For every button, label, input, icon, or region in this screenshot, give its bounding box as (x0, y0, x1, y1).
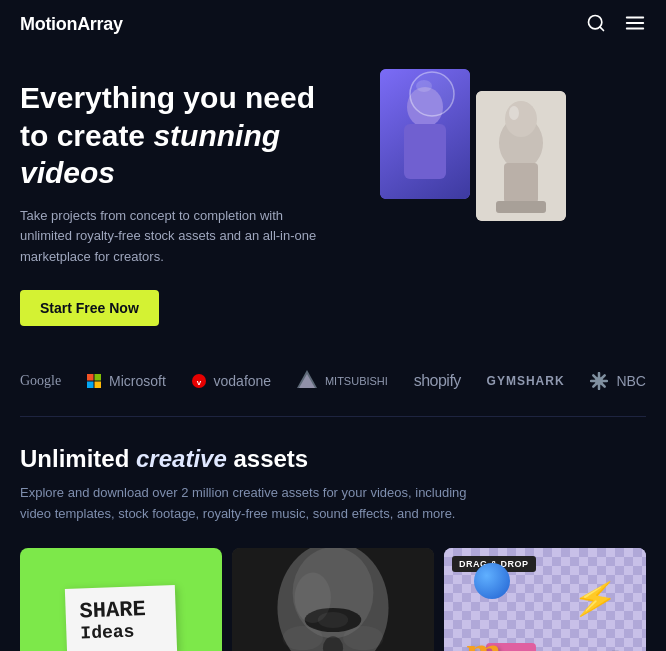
brands-row: Google Microsoft v vodafone MITSUBISHI (20, 370, 646, 392)
svg-point-40 (295, 573, 331, 624)
svg-point-41 (283, 627, 323, 651)
svg-text:v: v (196, 378, 201, 387)
svg-point-15 (505, 101, 537, 137)
hero-image-sculpture (476, 91, 566, 221)
svg-point-16 (509, 106, 519, 120)
hero-image-person (380, 69, 470, 199)
hero-description: Take projects from concept to completion… (20, 206, 320, 268)
hamburger-icon (624, 12, 646, 34)
brand-mitsubishi: MITSUBISHI (297, 370, 388, 392)
svg-line-34 (594, 375, 597, 378)
mg-cursor-arrow: ↖ (608, 643, 628, 651)
search-button[interactable] (586, 13, 606, 36)
hero-section: Everything you need to create stunning v… (0, 49, 666, 346)
brand-nbc: NBC (590, 372, 646, 390)
svg-rect-8 (404, 124, 446, 179)
gymshark-label: GYMSHARK (487, 374, 565, 388)
card-thumb-video-templates: Share Ideas (20, 548, 222, 651)
card-video-templates[interactable]: Share Ideas Video Templates (20, 548, 222, 651)
brands-section: Google Microsoft v vodafone MITSUBISHI (0, 346, 666, 416)
svg-rect-18 (87, 374, 94, 381)
hero-text: Everything you need to create stunning v… (20, 79, 360, 326)
svg-rect-20 (87, 381, 94, 388)
svg-line-30 (602, 383, 605, 386)
start-free-button[interactable]: Start Free Now (20, 290, 159, 326)
google-label: Google (20, 373, 61, 389)
svg-rect-14 (504, 163, 538, 203)
section-description: Explore and download over 2 million crea… (20, 483, 490, 525)
svg-line-28 (602, 375, 605, 378)
mg-letter-m: m (466, 627, 501, 651)
card-thumb-presets (232, 548, 434, 651)
svg-point-42 (343, 627, 383, 651)
svg-line-32 (594, 383, 597, 386)
svg-rect-17 (496, 201, 546, 213)
brand-microsoft: Microsoft (87, 373, 166, 389)
search-icon (586, 13, 606, 33)
unlimited-section: Unlimited creative assets Explore and do… (0, 417, 666, 651)
logo[interactable]: MotionArray (20, 14, 123, 35)
menu-button[interactable] (624, 12, 646, 37)
brand-vodafone: v vodafone (192, 373, 272, 389)
section-title: Unlimited creative assets (20, 445, 646, 473)
card-presets[interactable]: Presets (232, 548, 434, 651)
shopify-label: shopify (414, 372, 461, 390)
brand-gymshark: GYMSHARK (487, 374, 565, 388)
brand-google: Google (20, 373, 61, 389)
microsoft-label: Microsoft (109, 373, 166, 389)
brand-shopify: shopify (414, 372, 461, 390)
card-motion-graphics[interactable]: DRAG & DROP m ⚡ ↖ Motion graphics (444, 548, 646, 651)
svg-rect-21 (94, 381, 101, 388)
nbc-label: NBC (616, 373, 646, 389)
hero-images (380, 69, 566, 221)
hero-title: Everything you need to create stunning v… (20, 79, 360, 192)
svg-rect-19 (94, 374, 101, 381)
mg-lightning-bolt: ⚡ (570, 575, 622, 624)
vt-sticky-note: Share Ideas (65, 585, 177, 651)
svg-point-11 (416, 80, 432, 92)
asset-cards-grid: Share Ideas Video Templates (20, 548, 646, 651)
svg-point-10 (410, 72, 454, 116)
card-thumb-motion-graphics: DRAG & DROP m ⚡ ↖ (444, 548, 646, 651)
svg-line-1 (600, 27, 604, 31)
vodafone-label: vodafone (214, 373, 272, 389)
header: MotionArray (0, 0, 666, 49)
mitsubishi-label: MITSUBISHI (325, 375, 388, 387)
